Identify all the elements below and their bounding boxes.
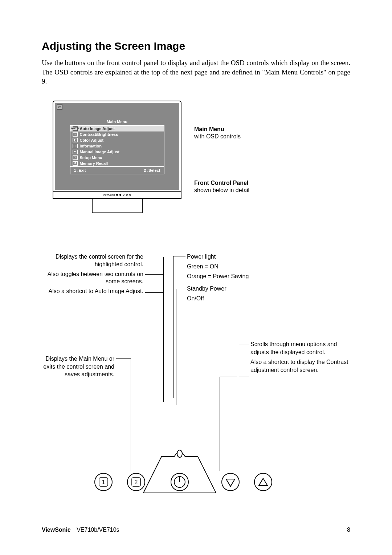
leader-line	[238, 344, 249, 344]
panel-right-callout: Scrolls through menu options and adjusts…	[250, 340, 356, 376]
panel-diagram: Displays the Main Menu or exits the cont…	[42, 344, 350, 497]
button-1-label: 1	[102, 479, 105, 485]
side-panel-sub: shown below in detail	[194, 187, 249, 194]
callout-power-light: Power light	[187, 253, 296, 261]
osd-item-label: Contrast/Brightness	[80, 132, 118, 137]
osd-menu: Main Menu AUTOAuto Image Adjust ☼Contras…	[70, 118, 164, 174]
led-indicator	[177, 450, 182, 457]
side-labels: Main Menu with OSD controls Front Contro…	[194, 126, 249, 194]
stand-brand: ViewSonic	[103, 194, 115, 196]
side-main-title: Main Menu	[194, 126, 249, 133]
monitor-frame: ▭ Main Menu AUTOAuto Image Adjust ☼Contr…	[53, 101, 181, 213]
leader-line	[176, 289, 185, 289]
panel-left-callout: Displays the Main Menu or exits the cont…	[42, 355, 114, 378]
callout-toggle: Also toggles between two controls on som…	[42, 271, 143, 286]
leader-line	[145, 292, 163, 293]
monitor-control-strip: ViewSonic	[53, 192, 181, 199]
footer-model: VE710b/VE710s	[77, 527, 119, 533]
panel-dot-o	[123, 194, 124, 196]
osd-item-contrast: ☼Contrast/Brightness	[70, 131, 164, 137]
callout-orange-saving: Orange = Power Saving	[187, 273, 296, 280]
osd-item-setup: ?Setup Menu	[70, 155, 164, 161]
callout-control-screen: Displays the control screen for the high…	[42, 253, 143, 268]
osd-icon-brightness: ☼	[73, 132, 78, 137]
monitor-screen: ▭ Main Menu AUTOAuto Image Adjust ☼Contr…	[55, 103, 179, 190]
panel-dot-o	[129, 194, 131, 196]
osd-item-auto-image: AUTOAuto Image Adjust	[70, 126, 164, 131]
side-main-sub: with OSD controls	[194, 133, 249, 140]
callout-scroll: Scrolls through menu options and adjusts…	[250, 340, 356, 356]
button-2-label: 2	[135, 479, 138, 485]
front-panel-svg: 1 2	[85, 446, 318, 497]
osd-item-label: Color Adjust	[80, 138, 104, 142]
osd-item-label: Memory Recall	[80, 161, 108, 166]
callouts-right: Power light Green = ON Orange = Power Sa…	[187, 253, 296, 305]
osd-item-label: Setup Menu	[80, 155, 102, 160]
leader-line	[173, 256, 185, 256]
osd-icon-setup: ?	[73, 155, 78, 160]
osd-item-label: Manual Image Adjust	[80, 150, 120, 154]
footer-brand: ViewSonic	[42, 527, 71, 533]
osd-item-label: Information	[80, 144, 102, 148]
callout-onoff: On/Off	[187, 295, 296, 303]
panel-dot-o	[126, 194, 128, 196]
panel-dot	[119, 194, 121, 196]
osd-body: AUTOAuto Image Adjust ☼Contrast/Brightne…	[70, 126, 164, 174]
side-panel-title: Front Control Panel	[194, 180, 249, 186]
page-heading: Adjusting the Screen Image	[42, 40, 350, 52]
callout-green-on: Green = ON	[187, 263, 296, 271]
monitor-stand	[92, 199, 143, 213]
osd-icon-memory: ↺	[73, 161, 78, 166]
osd-item-label: Auto Image Adjust	[80, 126, 115, 131]
corner-icon: ▭	[57, 104, 62, 110]
leader-line	[145, 274, 163, 275]
monitor-bezel: ▭ Main Menu AUTOAuto Image Adjust ☼Contr…	[53, 101, 181, 192]
panel-dot	[116, 194, 118, 196]
callouts-section: Displays the control screen for the high…	[42, 253, 350, 333]
intro-paragraph: Use the buttons on the front control pan…	[42, 58, 350, 86]
footer-page-number: 8	[347, 527, 350, 533]
page-footer: ViewSonic VE710b/VE710s 8	[42, 527, 350, 533]
leader-line	[145, 257, 163, 257]
side-main-menu: Main Menu with OSD controls	[194, 126, 249, 140]
osd-icon-info: i	[73, 144, 78, 148]
osd-icon-manual: ✦	[73, 150, 78, 154]
osd-title: Main Menu	[70, 118, 164, 126]
osd-footer-select: 2 :Select	[144, 168, 160, 173]
callout-main-menu-exit: Displays the Main Menu or exits the cont…	[43, 356, 114, 377]
osd-footer-exit: 1 :Exit	[74, 168, 86, 173]
osd-icon-color: ◧	[73, 138, 78, 142]
leader-line	[116, 358, 131, 359]
callout-standby: Standby Power	[187, 285, 296, 293]
callout-contrast-shortcut: Also a shortcut to display the Contrast …	[250, 358, 356, 374]
osd-item-memory: ↺Memory Recall	[70, 161, 164, 166]
osd-item-manual: ✦Manual Image Adjust	[70, 149, 164, 155]
osd-icon-auto: AUTO	[73, 126, 78, 131]
osd-footer: 1 :Exit 2 :Select	[70, 166, 164, 174]
monitor-illustration: ▭ Main Menu AUTOAuto Image Adjust ☼Contr…	[42, 101, 350, 213]
footer-left: ViewSonic VE710b/VE710s	[42, 527, 119, 533]
side-front-panel: Front Control Panel shown below in detai…	[194, 180, 249, 194]
osd-item-color: ◧Color Adjust	[70, 137, 164, 143]
callouts-left: Displays the control screen for the high…	[42, 253, 143, 297]
callout-auto-shortcut: Also a shortcut to Auto Image Adjust.	[42, 288, 143, 295]
osd-item-info: iInformation	[70, 143, 164, 149]
leader-line	[220, 377, 249, 377]
